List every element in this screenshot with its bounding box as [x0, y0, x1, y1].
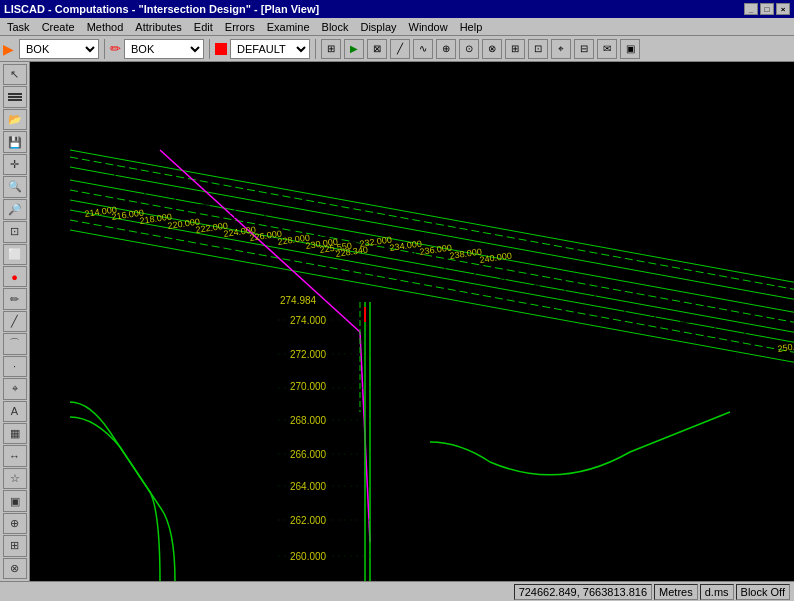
- sidebar-extra3[interactable]: ⊗: [3, 558, 27, 579]
- svg-text:270.000: 270.000: [290, 381, 327, 392]
- sidebar-point[interactable]: ·: [3, 356, 27, 377]
- sidebar-zoom-window[interactable]: ⬜: [3, 244, 27, 265]
- toolbar-sep-1: [104, 39, 105, 59]
- sidebar: ↖ 📂 💾 ✛ 🔍 🔎 ⊡ ⬜ ● ✏ ╱ ⌒ · ⌖ A ▦ ↔ ☆ ▣ ⊕ …: [0, 62, 30, 581]
- sidebar-zoom-in[interactable]: 🔍: [3, 176, 27, 197]
- toolbar: ▶ BOK ✏ BOK DEFAULT ⊞ ▶ ⊠ ╱ ∿ ⊕ ⊙ ⊗ ⊞ ⊡ …: [0, 36, 794, 62]
- sidebar-pencil[interactable]: ✏: [3, 288, 27, 309]
- color-swatch[interactable]: [215, 43, 227, 55]
- svg-text:260.000: 260.000: [290, 551, 327, 562]
- svg-text:274.984: 274.984: [280, 295, 317, 306]
- svg-text:266.000: 266.000: [290, 449, 327, 460]
- toolbar-btn-8[interactable]: ⊗: [482, 39, 502, 59]
- sidebar-zoom-out[interactable]: 🔎: [3, 199, 27, 220]
- mode-panel: d.ms: [700, 584, 734, 600]
- toolbar-btn-5[interactable]: ∿: [413, 39, 433, 59]
- sidebar-line[interactable]: ╱: [3, 311, 27, 332]
- sidebar-snap[interactable]: ⌖: [3, 378, 27, 399]
- menu-task[interactable]: Task: [2, 19, 35, 35]
- linestyle-select[interactable]: DEFAULT: [230, 39, 310, 59]
- main-layout: ↖ 📂 💾 ✛ 🔍 🔎 ⊡ ⬜ ● ✏ ╱ ⌒ · ⌖ A ▦ ↔ ☆ ▣ ⊕ …: [0, 62, 794, 581]
- menu-display[interactable]: Display: [355, 19, 401, 35]
- menu-block[interactable]: Block: [317, 19, 354, 35]
- title-text: LISCAD - Computations - "Intersection De…: [4, 3, 319, 15]
- toolbar-sep-3: [315, 39, 316, 59]
- menu-method[interactable]: Method: [82, 19, 129, 35]
- mode-text: d.ms: [705, 586, 729, 598]
- toolbar-sep-2: [209, 39, 210, 59]
- toolbar-btn-11[interactable]: ⌖: [551, 39, 571, 59]
- maximize-button[interactable]: □: [760, 3, 774, 15]
- toolbar-btn-10[interactable]: ⊡: [528, 39, 548, 59]
- toolbar-btn-4[interactable]: ╱: [390, 39, 410, 59]
- svg-rect-0: [8, 93, 22, 95]
- toolbar-btn-1[interactable]: ⊞: [321, 39, 341, 59]
- menu-help[interactable]: Help: [455, 19, 488, 35]
- sidebar-layers[interactable]: [3, 86, 27, 107]
- close-button[interactable]: ×: [776, 3, 790, 15]
- sidebar-symbol[interactable]: ☆: [3, 468, 27, 489]
- menu-examine[interactable]: Examine: [262, 19, 315, 35]
- toolbar-btn-2[interactable]: ▶: [344, 39, 364, 59]
- svg-text:264.000: 264.000: [290, 481, 327, 492]
- toolbar-btn-13[interactable]: ✉: [597, 39, 617, 59]
- svg-text:272.000: 272.000: [290, 349, 327, 360]
- block-off-text: Block Off: [741, 586, 785, 598]
- title-bar-controls[interactable]: _ □ ×: [744, 3, 790, 15]
- coordinates-text: 724662.849, 7663813.816: [519, 586, 647, 598]
- menu-errors[interactable]: Errors: [220, 19, 260, 35]
- canvas-area[interactable]: 274.984 274.000 272.000 270.000 268.000 …: [30, 62, 794, 581]
- sidebar-pointer[interactable]: ↖: [3, 64, 27, 85]
- sidebar-save[interactable]: 💾: [3, 131, 27, 152]
- toolbar-btn-6[interactable]: ⊕: [436, 39, 456, 59]
- toolbar-btn-14[interactable]: ▣: [620, 39, 640, 59]
- toolbar-btn-9[interactable]: ⊞: [505, 39, 525, 59]
- menu-attributes[interactable]: Attributes: [130, 19, 186, 35]
- svg-rect-1: [8, 96, 22, 98]
- units-text: Metres: [659, 586, 693, 598]
- toolbar-btn-7[interactable]: ⊙: [459, 39, 479, 59]
- sidebar-zoom-all[interactable]: ⊡: [3, 221, 27, 242]
- menu-bar: Task Create Method Attributes Edit Error…: [0, 18, 794, 36]
- arrow-indicator: ▶: [3, 41, 14, 57]
- svg-text:268.000: 268.000: [290, 415, 327, 426]
- title-bar: LISCAD - Computations - "Intersection De…: [0, 0, 794, 18]
- layer-select-2[interactable]: BOK: [124, 39, 204, 59]
- sidebar-red-dot[interactable]: ●: [3, 266, 27, 287]
- sidebar-text[interactable]: A: [3, 401, 27, 422]
- sidebar-block[interactable]: ▣: [3, 490, 27, 511]
- sidebar-extra2[interactable]: ⊞: [3, 535, 27, 556]
- sidebar-extra1[interactable]: ⊕: [3, 513, 27, 534]
- pencil-icon: ✏: [110, 41, 121, 56]
- sidebar-crosshair-add[interactable]: ✛: [3, 154, 27, 175]
- minimize-button[interactable]: _: [744, 3, 758, 15]
- sidebar-dimension[interactable]: ↔: [3, 445, 27, 466]
- units-panel: Metres: [654, 584, 698, 600]
- cad-drawing: 274.984 274.000 272.000 270.000 268.000 …: [30, 62, 794, 581]
- sidebar-hatch[interactable]: ▦: [3, 423, 27, 444]
- sidebar-arc[interactable]: ⌒: [3, 333, 27, 354]
- menu-edit[interactable]: Edit: [189, 19, 218, 35]
- coordinates-panel: 724662.849, 7663813.816: [514, 584, 652, 600]
- svg-text:274.000: 274.000: [290, 315, 327, 326]
- menu-window[interactable]: Window: [404, 19, 453, 35]
- toolbar-btn-3[interactable]: ⊠: [367, 39, 387, 59]
- svg-text:262.000: 262.000: [290, 515, 327, 526]
- layer-select-1[interactable]: BOK: [19, 39, 99, 59]
- block-off-panel: Block Off: [736, 584, 790, 600]
- toolbar-btn-12[interactable]: ⊟: [574, 39, 594, 59]
- svg-rect-2: [8, 99, 22, 101]
- status-bar: 724662.849, 7663813.816 Metres d.ms Bloc…: [0, 581, 794, 601]
- sidebar-open[interactable]: 📂: [3, 109, 27, 130]
- menu-create[interactable]: Create: [37, 19, 80, 35]
